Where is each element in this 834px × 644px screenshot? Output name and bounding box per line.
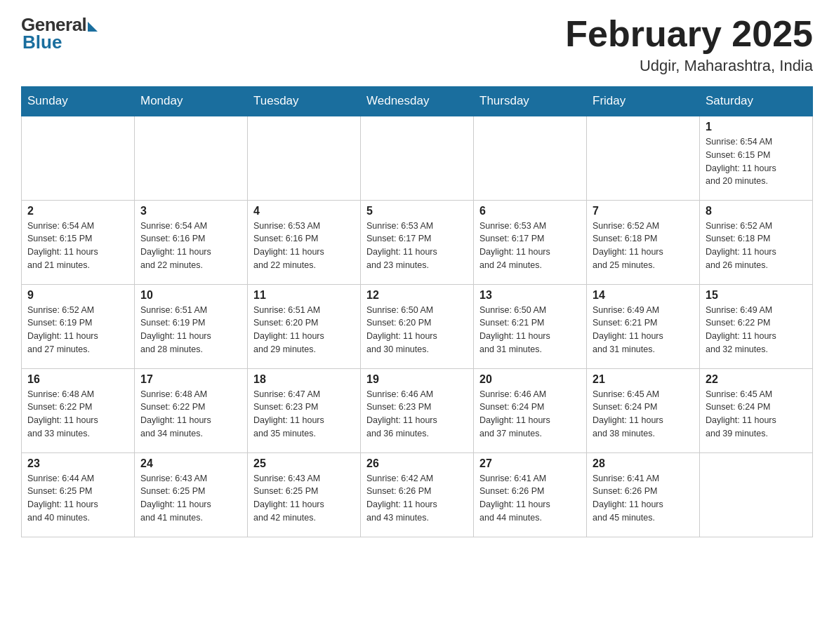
calendar-cell: 11Sunrise: 6:51 AMSunset: 6:20 PMDayligh…	[248, 284, 361, 368]
day-number: 10	[140, 289, 241, 302]
calendar-cell: 17Sunrise: 6:48 AMSunset: 6:22 PMDayligh…	[135, 368, 248, 452]
calendar-cell	[135, 116, 248, 200]
weekday-header-row: SundayMondayTuesdayWednesdayThursdayFrid…	[22, 87, 813, 116]
calendar-cell: 24Sunrise: 6:43 AMSunset: 6:25 PMDayligh…	[135, 452, 248, 537]
calendar-header: SundayMondayTuesdayWednesdayThursdayFrid…	[22, 87, 813, 116]
day-info: Sunrise: 6:50 AMSunset: 6:21 PMDaylight:…	[479, 304, 581, 356]
day-info: Sunrise: 6:48 AMSunset: 6:22 PMDaylight:…	[27, 388, 128, 441]
day-number: 12	[366, 289, 468, 302]
calendar-week-row: 1Sunrise: 6:54 AMSunset: 6:15 PMDaylight…	[22, 116, 813, 200]
day-number: 1	[706, 121, 807, 133]
day-info: Sunrise: 6:49 AMSunset: 6:21 PMDaylight:…	[593, 304, 694, 356]
day-info: Sunrise: 6:54 AMSunset: 6:15 PMDaylight:…	[27, 220, 128, 272]
day-info: Sunrise: 6:48 AMSunset: 6:22 PMDaylight:…	[140, 388, 241, 441]
calendar-cell: 20Sunrise: 6:46 AMSunset: 6:24 PMDayligh…	[474, 368, 587, 452]
calendar-cell: 15Sunrise: 6:49 AMSunset: 6:22 PMDayligh…	[700, 284, 813, 368]
title-block: February 2025 Udgir, Maharashtra, India	[565, 14, 813, 75]
day-info: Sunrise: 6:51 AMSunset: 6:19 PMDaylight:…	[140, 304, 241, 356]
weekday-header-wednesday: Wednesday	[361, 87, 474, 116]
calendar-cell: 8Sunrise: 6:52 AMSunset: 6:18 PMDaylight…	[700, 200, 813, 284]
calendar-cell: 19Sunrise: 6:46 AMSunset: 6:23 PMDayligh…	[361, 368, 474, 452]
calendar-cell: 27Sunrise: 6:41 AMSunset: 6:26 PMDayligh…	[474, 452, 587, 537]
calendar-cell: 6Sunrise: 6:53 AMSunset: 6:17 PMDaylight…	[474, 200, 587, 284]
logo-arrow-icon	[88, 22, 98, 32]
day-number: 11	[253, 289, 355, 302]
day-info: Sunrise: 6:43 AMSunset: 6:25 PMDaylight:…	[140, 472, 241, 525]
page-header: General Blue February 2025 Udgir, Mahara…	[21, 14, 813, 75]
calendar-week-row: 16Sunrise: 6:48 AMSunset: 6:22 PMDayligh…	[22, 368, 813, 452]
day-number: 20	[479, 373, 581, 386]
day-info: Sunrise: 6:49 AMSunset: 6:22 PMDaylight:…	[706, 304, 807, 356]
day-number: 5	[366, 205, 468, 217]
day-info: Sunrise: 6:47 AMSunset: 6:23 PMDaylight:…	[253, 388, 355, 441]
day-number: 23	[27, 457, 128, 470]
calendar-cell	[361, 116, 474, 200]
day-info: Sunrise: 6:45 AMSunset: 6:24 PMDaylight:…	[593, 388, 694, 441]
day-info: Sunrise: 6:52 AMSunset: 6:18 PMDaylight:…	[593, 220, 694, 272]
day-number: 15	[706, 289, 807, 302]
day-number: 7	[593, 205, 694, 217]
calendar-body: 1Sunrise: 6:54 AMSunset: 6:15 PMDaylight…	[22, 116, 813, 537]
weekday-header-friday: Friday	[587, 87, 700, 116]
day-info: Sunrise: 6:42 AMSunset: 6:26 PMDaylight:…	[366, 472, 468, 525]
calendar-cell: 22Sunrise: 6:45 AMSunset: 6:24 PMDayligh…	[700, 368, 813, 452]
day-number: 16	[27, 373, 128, 386]
day-info: Sunrise: 6:53 AMSunset: 6:17 PMDaylight:…	[479, 220, 581, 272]
calendar-cell: 18Sunrise: 6:47 AMSunset: 6:23 PMDayligh…	[248, 368, 361, 452]
day-number: 21	[593, 373, 694, 386]
calendar-week-row: 9Sunrise: 6:52 AMSunset: 6:19 PMDaylight…	[22, 284, 813, 368]
day-number: 17	[140, 373, 241, 386]
calendar-cell	[22, 116, 135, 200]
day-info: Sunrise: 6:43 AMSunset: 6:25 PMDaylight:…	[253, 472, 355, 525]
location-title: Udgir, Maharashtra, India	[565, 57, 813, 75]
calendar-cell: 26Sunrise: 6:42 AMSunset: 6:26 PMDayligh…	[361, 452, 474, 537]
day-info: Sunrise: 6:41 AMSunset: 6:26 PMDaylight:…	[479, 472, 581, 525]
day-info: Sunrise: 6:44 AMSunset: 6:25 PMDaylight:…	[27, 472, 128, 525]
calendar-cell: 1Sunrise: 6:54 AMSunset: 6:15 PMDaylight…	[700, 116, 813, 200]
day-info: Sunrise: 6:54 AMSunset: 6:15 PMDaylight:…	[706, 135, 807, 188]
weekday-header-thursday: Thursday	[474, 87, 587, 116]
day-number: 22	[706, 373, 807, 386]
day-number: 27	[479, 457, 581, 470]
day-number: 8	[706, 205, 807, 217]
day-number: 3	[140, 205, 241, 217]
weekday-header-sunday: Sunday	[22, 87, 135, 116]
day-number: 18	[253, 373, 355, 386]
calendar-cell: 25Sunrise: 6:43 AMSunset: 6:25 PMDayligh…	[248, 452, 361, 537]
day-info: Sunrise: 6:53 AMSunset: 6:17 PMDaylight:…	[366, 220, 468, 272]
calendar-cell	[700, 452, 813, 537]
calendar-cell: 12Sunrise: 6:50 AMSunset: 6:20 PMDayligh…	[361, 284, 474, 368]
calendar-cell: 4Sunrise: 6:53 AMSunset: 6:16 PMDaylight…	[248, 200, 361, 284]
day-number: 19	[366, 373, 468, 386]
day-info: Sunrise: 6:52 AMSunset: 6:19 PMDaylight:…	[27, 304, 128, 356]
day-number: 26	[366, 457, 468, 470]
day-number: 2	[27, 205, 128, 217]
day-info: Sunrise: 6:50 AMSunset: 6:20 PMDaylight:…	[366, 304, 468, 356]
day-number: 9	[27, 289, 128, 302]
day-number: 24	[140, 457, 241, 470]
calendar-cell: 10Sunrise: 6:51 AMSunset: 6:19 PMDayligh…	[135, 284, 248, 368]
logo: General Blue	[21, 14, 98, 53]
calendar-cell	[474, 116, 587, 200]
calendar-cell: 13Sunrise: 6:50 AMSunset: 6:21 PMDayligh…	[474, 284, 587, 368]
calendar-cell: 14Sunrise: 6:49 AMSunset: 6:21 PMDayligh…	[587, 284, 700, 368]
day-info: Sunrise: 6:46 AMSunset: 6:23 PMDaylight:…	[366, 388, 468, 441]
calendar-cell: 7Sunrise: 6:52 AMSunset: 6:18 PMDaylight…	[587, 200, 700, 284]
calendar-cell: 21Sunrise: 6:45 AMSunset: 6:24 PMDayligh…	[587, 368, 700, 452]
day-number: 4	[253, 205, 355, 217]
calendar-week-row: 23Sunrise: 6:44 AMSunset: 6:25 PMDayligh…	[22, 452, 813, 537]
month-title: February 2025	[565, 14, 813, 54]
day-number: 28	[593, 457, 694, 470]
calendar-cell: 9Sunrise: 6:52 AMSunset: 6:19 PMDaylight…	[22, 284, 135, 368]
weekday-header-monday: Monday	[135, 87, 248, 116]
day-info: Sunrise: 6:45 AMSunset: 6:24 PMDaylight:…	[706, 388, 807, 441]
day-info: Sunrise: 6:41 AMSunset: 6:26 PMDaylight:…	[593, 472, 694, 525]
calendar-cell	[248, 116, 361, 200]
calendar-table: SundayMondayTuesdayWednesdayThursdayFrid…	[21, 86, 813, 537]
day-info: Sunrise: 6:54 AMSunset: 6:16 PMDaylight:…	[140, 220, 241, 272]
calendar-cell	[587, 116, 700, 200]
day-info: Sunrise: 6:53 AMSunset: 6:16 PMDaylight:…	[253, 220, 355, 272]
calendar-cell: 28Sunrise: 6:41 AMSunset: 6:26 PMDayligh…	[587, 452, 700, 537]
calendar-cell: 3Sunrise: 6:54 AMSunset: 6:16 PMDaylight…	[135, 200, 248, 284]
logo-blue-text: Blue	[22, 32, 62, 53]
